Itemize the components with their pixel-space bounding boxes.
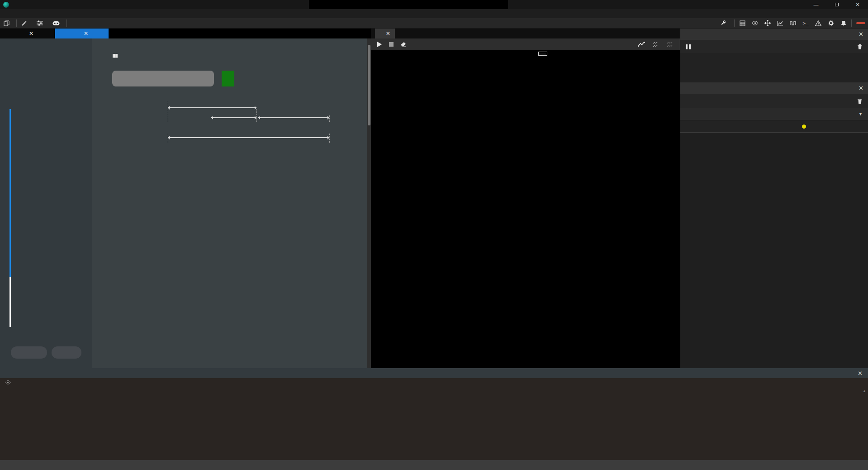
gamepad-icon (52, 21, 60, 26)
frame-size-arrow (168, 137, 329, 138)
timeline-pending-line (9, 277, 11, 327)
terminal-input-strip[interactable] (0, 460, 868, 470)
content-scrollbar[interactable] (367, 38, 371, 368)
gear-icon[interactable] (825, 18, 837, 28)
minimize-button[interactable]: — (806, 0, 826, 9)
position-chart (371, 50, 680, 368)
terminal-scroll-up-icon[interactable]: ▲ (863, 389, 866, 393)
stop-button[interactable] (856, 22, 865, 24)
axis-color-dot (802, 125, 806, 129)
workspace-button[interactable] (0, 18, 15, 28)
table-icon[interactable] (736, 18, 748, 28)
scope-tabstrip: ✕ (371, 29, 680, 38)
multi-split-view-icon[interactable] (666, 40, 674, 48)
wizard-button[interactable] (18, 18, 33, 28)
bell-icon[interactable] (838, 18, 849, 28)
control-trash-icon[interactable] (857, 98, 863, 104)
tune-button[interactable] (33, 18, 49, 28)
chart-icon[interactable] (774, 18, 786, 28)
control-table-header (680, 120, 868, 133)
control-panel-close-icon[interactable]: ✕ (859, 85, 863, 91)
split-view-icon[interactable] (652, 40, 660, 48)
sliders-icon (37, 20, 43, 26)
absolute-encoder-test-button[interactable] (112, 71, 214, 86)
wrench-icon (721, 20, 726, 26)
tab-abs-encoder-1[interactable]: ✕ (375, 29, 395, 38)
timeline-completed-line (9, 109, 11, 277)
signal-line-icon[interactable] (637, 40, 645, 48)
frame-bits-diagram (114, 96, 332, 145)
position-start-bits-arrow (258, 117, 329, 118)
close-button[interactable]: ✕ (847, 0, 868, 9)
terminal-close-icon[interactable]: ✕ (858, 370, 863, 377)
tab-wizard-close-icon[interactable]: ✕ (84, 30, 88, 37)
titlebar: — ✕ (0, 0, 868, 9)
device-selector[interactable]: ▼ (680, 108, 868, 120)
control-panel: ✕ ▼ (680, 82, 868, 368)
maximize-button[interactable] (826, 0, 847, 9)
stop-icon[interactable] (387, 40, 395, 48)
eye-icon[interactable] (749, 18, 761, 28)
main-toolbar: >_ (0, 18, 868, 29)
tab-welcome[interactable]: ✕ (0, 29, 54, 38)
terminal-body[interactable]: ▲ (0, 378, 868, 460)
pause-icon[interactable] (686, 44, 691, 49)
document-tabstrip: ✕ ✕ (0, 29, 371, 38)
wizard-page-content (92, 38, 367, 368)
menubar (0, 9, 868, 18)
warning-icon[interactable] (812, 18, 824, 28)
next-button[interactable] (52, 346, 81, 359)
display-panel: ✕ (680, 29, 868, 82)
eraser-icon[interactable] (399, 40, 407, 48)
tab-abs-encoder-close-icon[interactable]: ✕ (386, 30, 390, 37)
motionlab-window: — ✕ (0, 0, 868, 470)
display-trash-icon[interactable] (857, 44, 863, 50)
wizard-step-sidebar (0, 38, 92, 368)
book-icon (112, 53, 118, 58)
chart-tooltip (538, 52, 547, 56)
wand-icon (21, 20, 27, 26)
tab-welcome-close-icon[interactable]: ✕ (29, 30, 33, 37)
terminal-eye-icon[interactable] (5, 380, 11, 384)
scope-toolbar (371, 38, 680, 50)
feedback-test-pass-badge (222, 71, 234, 86)
chevron-down-icon: ▼ (859, 112, 863, 116)
info-line (112, 51, 341, 60)
workspace-icon (4, 20, 9, 26)
position-bits-arrow (168, 107, 256, 108)
position-plot-area[interactable] (371, 50, 680, 368)
display-panel-close-icon[interactable]: ✕ (859, 31, 863, 38)
terminal-icon[interactable]: >_ (800, 18, 811, 28)
terminal-panel: ✕ ▲ (0, 368, 868, 470)
play-icon[interactable] (375, 40, 384, 48)
widgets-button[interactable] (717, 18, 732, 28)
wave-icon[interactable] (787, 18, 799, 28)
app-logo-icon (3, 2, 9, 8)
content-scrollbar-thumb[interactable] (368, 45, 370, 125)
display-table (680, 53, 868, 82)
previous-button[interactable] (11, 346, 47, 359)
jog-button[interactable] (49, 18, 66, 28)
single-turn-bits-arrow (211, 117, 256, 118)
titlebar-artifact (309, 0, 508, 9)
tab-wizard[interactable]: ✕ (55, 29, 109, 38)
move-icon[interactable] (762, 18, 773, 28)
